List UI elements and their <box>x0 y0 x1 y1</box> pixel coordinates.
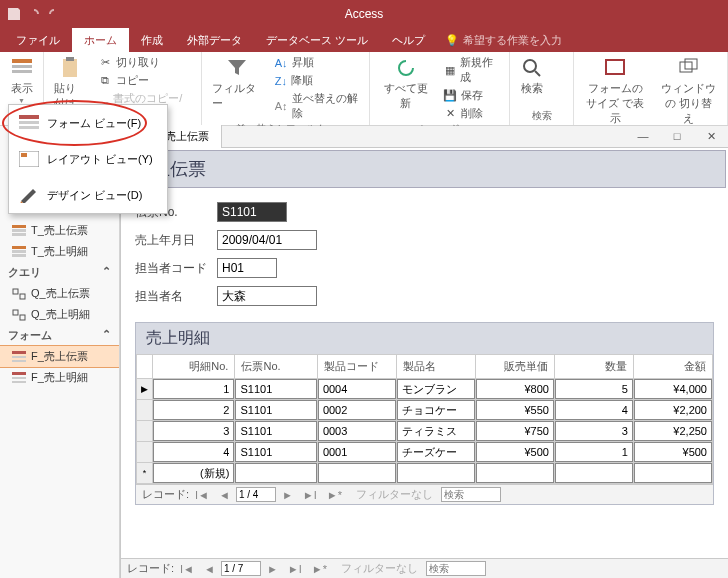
cell-pname[interactable] <box>397 400 475 420</box>
cell-pname[interactable] <box>397 379 475 399</box>
nav-table-item[interactable]: T_売上伝票 <box>0 220 119 241</box>
cell-qty[interactable] <box>555 442 633 462</box>
maximize-button[interactable]: □ <box>660 130 694 143</box>
nav-next-button[interactable]: ► <box>263 563 282 575</box>
save-record-button[interactable]: 💾保存 <box>441 87 503 104</box>
field-no[interactable] <box>217 202 287 222</box>
close-button[interactable]: ✕ <box>694 130 728 143</box>
field-date[interactable] <box>217 230 317 250</box>
cell-pcode[interactable] <box>318 400 396 420</box>
col-product-code[interactable]: 製品コード <box>317 355 396 379</box>
sort-desc-button[interactable]: Z↓降順 <box>273 72 363 89</box>
nav-last-button[interactable]: ►I <box>299 489 321 501</box>
refresh-all-button[interactable]: すべて更新 <box>376 54 435 113</box>
tab-dbtools[interactable]: データベース ツール <box>254 28 380 53</box>
record-pos-input[interactable] <box>236 487 276 502</box>
find-button[interactable]: 検索 <box>516 54 548 98</box>
record-pos-input[interactable] <box>221 561 261 576</box>
copy-button[interactable]: ⧉コピー <box>96 72 195 89</box>
nav-last-button[interactable]: ►I <box>284 563 306 575</box>
minimize-button[interactable]: — <box>626 130 660 143</box>
tell-me[interactable]: 💡 希望する作業を入力 <box>445 33 562 48</box>
delete-record-button[interactable]: ✕削除 <box>441 105 503 122</box>
col-denpyo[interactable]: 伝票No. <box>235 355 317 379</box>
cell-denpyo[interactable] <box>235 400 316 420</box>
cell-denpyo[interactable] <box>235 379 316 399</box>
new-record-button[interactable]: ▦新規作成 <box>441 54 503 86</box>
row-selector[interactable] <box>137 442 153 463</box>
row-selector[interactable] <box>137 421 153 442</box>
nav-form-item[interactable]: F_売上伝票 <box>0 346 119 367</box>
cell-meisai[interactable] <box>153 400 234 420</box>
sort-asc-button[interactable]: A↓昇順 <box>273 54 363 71</box>
view-button[interactable]: 表示 ▼ <box>6 54 37 106</box>
nav-prev-button[interactable]: ◄ <box>200 563 219 575</box>
cell-qty[interactable] <box>555 421 633 441</box>
nav-query-item[interactable]: Q_売上明細 <box>0 304 119 325</box>
nav-prev-button[interactable]: ◄ <box>215 489 234 501</box>
cell-amount[interactable] <box>634 379 712 399</box>
col-product-name[interactable]: 製品名 <box>396 355 475 379</box>
svg-rect-28 <box>12 377 26 379</box>
field-staffname[interactable] <box>217 286 317 306</box>
cell-pcode[interactable] <box>318 421 396 441</box>
table-row[interactable] <box>137 400 713 421</box>
nav-queries-header[interactable]: クエリ⌃ <box>0 262 119 283</box>
cell-pcode[interactable] <box>318 442 396 462</box>
cell-amount[interactable] <box>634 421 712 441</box>
cell-unitprice[interactable] <box>476 400 554 420</box>
cell-unitprice[interactable] <box>476 379 554 399</box>
cell-pname[interactable] <box>397 442 475 462</box>
nav-form-item[interactable]: F_売上明細 <box>0 367 119 388</box>
cell-qty[interactable] <box>555 379 633 399</box>
tab-create[interactable]: 作成 <box>129 28 175 53</box>
table-row[interactable] <box>137 421 713 442</box>
nav-first-button[interactable]: I◄ <box>191 489 213 501</box>
cut-button[interactable]: ✂切り取り <box>96 54 195 71</box>
view-form-item[interactable]: フォーム ビュー(F) <box>9 105 167 141</box>
field-staffcode[interactable] <box>217 258 277 278</box>
col-qty[interactable]: 数量 <box>554 355 633 379</box>
col-amount[interactable]: 金額 <box>633 355 712 379</box>
col-meisai[interactable]: 明細No. <box>153 355 235 379</box>
table-row[interactable]: ▶ <box>137 379 713 400</box>
cell-pcode[interactable] <box>318 379 396 399</box>
cell-meisai[interactable] <box>153 463 234 483</box>
cell-meisai[interactable] <box>153 421 234 441</box>
col-unitprice[interactable]: 販売単価 <box>475 355 554 379</box>
view-layout-item[interactable]: レイアウト ビュー(Y) <box>9 141 167 177</box>
cell-qty[interactable] <box>555 400 633 420</box>
view-design-item[interactable]: デザイン ビュー(D) <box>9 177 167 213</box>
search-box[interactable] <box>426 561 486 576</box>
nav-query-item[interactable]: Q_売上伝票 <box>0 283 119 304</box>
remove-sort-button[interactable]: A↕並べ替えの解除 <box>273 90 363 122</box>
nav-new-button[interactable]: ►* <box>323 489 346 501</box>
nav-table-item[interactable]: T_売上明細 <box>0 241 119 262</box>
window-switch-button[interactable]: ウィンドウの 切り替え <box>656 54 721 128</box>
table-row-new[interactable]: * <box>137 463 713 484</box>
cell-denpyo[interactable] <box>235 442 316 462</box>
nav-forms-header[interactable]: フォーム⌃ <box>0 325 119 346</box>
search-box[interactable] <box>441 487 501 502</box>
nav-new-button[interactable]: ►* <box>308 563 331 575</box>
cell-amount[interactable] <box>634 442 712 462</box>
cell-meisai[interactable] <box>153 379 234 399</box>
row-selector[interactable]: ▶ <box>137 379 153 400</box>
tab-help[interactable]: ヘルプ <box>380 28 437 53</box>
filter-button[interactable]: フィルター <box>208 54 267 113</box>
cell-denpyo[interactable] <box>235 421 316 441</box>
tab-file[interactable]: ファイル <box>4 28 72 53</box>
cell-unitprice[interactable] <box>476 442 554 462</box>
cell-amount[interactable] <box>634 400 712 420</box>
row-selector[interactable]: * <box>137 463 153 484</box>
nav-first-button[interactable]: I◄ <box>176 563 198 575</box>
cell-pname[interactable] <box>397 421 475 441</box>
tab-home[interactable]: ホーム <box>72 28 129 53</box>
nav-next-button[interactable]: ► <box>278 489 297 501</box>
cell-meisai[interactable] <box>153 442 234 462</box>
form-size-button[interactable]: フォームのサイズ で表示 <box>580 54 650 128</box>
cell-unitprice[interactable] <box>476 421 554 441</box>
tab-external[interactable]: 外部データ <box>175 28 254 53</box>
table-row[interactable] <box>137 442 713 463</box>
row-selector[interactable] <box>137 400 153 421</box>
